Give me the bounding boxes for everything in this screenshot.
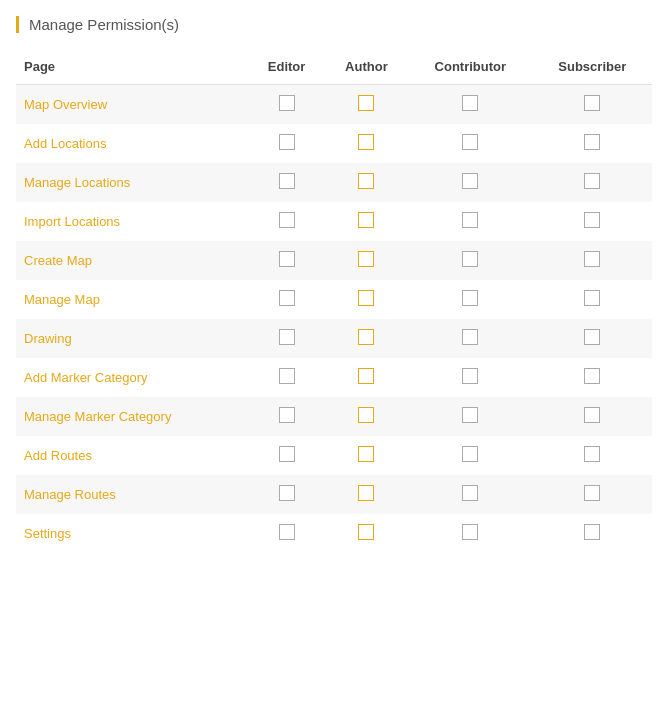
checkbox-subscriber[interactable] xyxy=(584,485,600,501)
table-row: Import Locations xyxy=(16,202,652,241)
cell-editor[interactable] xyxy=(249,241,325,280)
checkbox-subscriber[interactable] xyxy=(584,446,600,462)
checkbox-editor[interactable] xyxy=(279,524,295,540)
checkbox-contributor[interactable] xyxy=(462,485,478,501)
cell-contributor[interactable] xyxy=(408,202,532,241)
checkbox-author[interactable] xyxy=(358,290,374,306)
checkbox-author[interactable] xyxy=(358,524,374,540)
cell-contributor[interactable] xyxy=(408,319,532,358)
checkbox-editor[interactable] xyxy=(279,134,295,150)
cell-contributor[interactable] xyxy=(408,397,532,436)
checkbox-editor[interactable] xyxy=(279,329,295,345)
checkbox-contributor[interactable] xyxy=(462,290,478,306)
cell-editor[interactable] xyxy=(249,280,325,319)
cell-editor[interactable] xyxy=(249,124,325,163)
checkbox-editor[interactable] xyxy=(279,212,295,228)
cell-subscriber[interactable] xyxy=(533,358,652,397)
checkbox-author[interactable] xyxy=(358,212,374,228)
cell-contributor[interactable] xyxy=(408,241,532,280)
cell-contributor[interactable] xyxy=(408,163,532,202)
section-title: Manage Permission(s) xyxy=(16,16,652,33)
cell-author[interactable] xyxy=(325,124,408,163)
checkbox-author[interactable] xyxy=(358,251,374,267)
checkbox-subscriber[interactable] xyxy=(584,407,600,423)
checkbox-editor[interactable] xyxy=(279,173,295,189)
cell-contributor[interactable] xyxy=(408,85,532,125)
checkbox-contributor[interactable] xyxy=(462,173,478,189)
checkbox-subscriber[interactable] xyxy=(584,290,600,306)
cell-subscriber[interactable] xyxy=(533,280,652,319)
checkbox-subscriber[interactable] xyxy=(584,134,600,150)
cell-author[interactable] xyxy=(325,85,408,125)
checkbox-author[interactable] xyxy=(358,95,374,111)
checkbox-contributor[interactable] xyxy=(462,368,478,384)
cell-author[interactable] xyxy=(325,436,408,475)
cell-editor[interactable] xyxy=(249,163,325,202)
checkbox-subscriber[interactable] xyxy=(584,173,600,189)
cell-author[interactable] xyxy=(325,397,408,436)
cell-author[interactable] xyxy=(325,514,408,553)
checkbox-author[interactable] xyxy=(358,329,374,345)
cell-subscriber[interactable] xyxy=(533,514,652,553)
cell-editor[interactable] xyxy=(249,475,325,514)
checkbox-contributor[interactable] xyxy=(462,446,478,462)
checkbox-contributor[interactable] xyxy=(462,134,478,150)
checkbox-contributor[interactable] xyxy=(462,407,478,423)
cell-subscriber[interactable] xyxy=(533,475,652,514)
cell-editor[interactable] xyxy=(249,436,325,475)
checkbox-author[interactable] xyxy=(358,485,374,501)
checkbox-contributor[interactable] xyxy=(462,95,478,111)
cell-subscriber[interactable] xyxy=(533,85,652,125)
cell-editor[interactable] xyxy=(249,85,325,125)
cell-subscriber[interactable] xyxy=(533,397,652,436)
cell-editor[interactable] xyxy=(249,358,325,397)
cell-author[interactable] xyxy=(325,163,408,202)
cell-contributor[interactable] xyxy=(408,124,532,163)
cell-subscriber[interactable] xyxy=(533,241,652,280)
checkbox-editor[interactable] xyxy=(279,446,295,462)
checkbox-editor[interactable] xyxy=(279,407,295,423)
cell-contributor[interactable] xyxy=(408,514,532,553)
checkbox-subscriber[interactable] xyxy=(584,212,600,228)
checkbox-subscriber[interactable] xyxy=(584,251,600,267)
checkbox-author[interactable] xyxy=(358,446,374,462)
cell-editor[interactable] xyxy=(249,319,325,358)
checkbox-author[interactable] xyxy=(358,134,374,150)
checkbox-contributor[interactable] xyxy=(462,212,478,228)
cell-author[interactable] xyxy=(325,280,408,319)
cell-contributor[interactable] xyxy=(408,358,532,397)
checkbox-editor[interactable] xyxy=(279,290,295,306)
cell-subscriber[interactable] xyxy=(533,319,652,358)
cell-contributor[interactable] xyxy=(408,280,532,319)
cell-author[interactable] xyxy=(325,358,408,397)
checkbox-editor[interactable] xyxy=(279,485,295,501)
checkbox-editor[interactable] xyxy=(279,368,295,384)
checkbox-subscriber[interactable] xyxy=(584,524,600,540)
checkbox-editor[interactable] xyxy=(279,251,295,267)
cell-subscriber[interactable] xyxy=(533,436,652,475)
checkbox-contributor[interactable] xyxy=(462,329,478,345)
cell-editor[interactable] xyxy=(249,397,325,436)
cell-contributor[interactable] xyxy=(408,475,532,514)
cell-editor[interactable] xyxy=(249,202,325,241)
cell-editor[interactable] xyxy=(249,514,325,553)
cell-author[interactable] xyxy=(325,241,408,280)
checkbox-subscriber[interactable] xyxy=(584,329,600,345)
checkbox-editor[interactable] xyxy=(279,95,295,111)
cell-author[interactable] xyxy=(325,475,408,514)
checkbox-author[interactable] xyxy=(358,368,374,384)
cell-contributor[interactable] xyxy=(408,436,532,475)
permissions-container: Manage Permission(s) Page Editor Author … xyxy=(0,0,668,569)
cell-author[interactable] xyxy=(325,319,408,358)
checkbox-author[interactable] xyxy=(358,407,374,423)
cell-subscriber[interactable] xyxy=(533,124,652,163)
checkbox-subscriber[interactable] xyxy=(584,368,600,384)
checkbox-subscriber[interactable] xyxy=(584,95,600,111)
cell-subscriber[interactable] xyxy=(533,163,652,202)
cell-subscriber[interactable] xyxy=(533,202,652,241)
checkbox-contributor[interactable] xyxy=(462,524,478,540)
checkbox-author[interactable] xyxy=(358,173,374,189)
cell-author[interactable] xyxy=(325,202,408,241)
table-row: Map Overview xyxy=(16,85,652,125)
checkbox-contributor[interactable] xyxy=(462,251,478,267)
